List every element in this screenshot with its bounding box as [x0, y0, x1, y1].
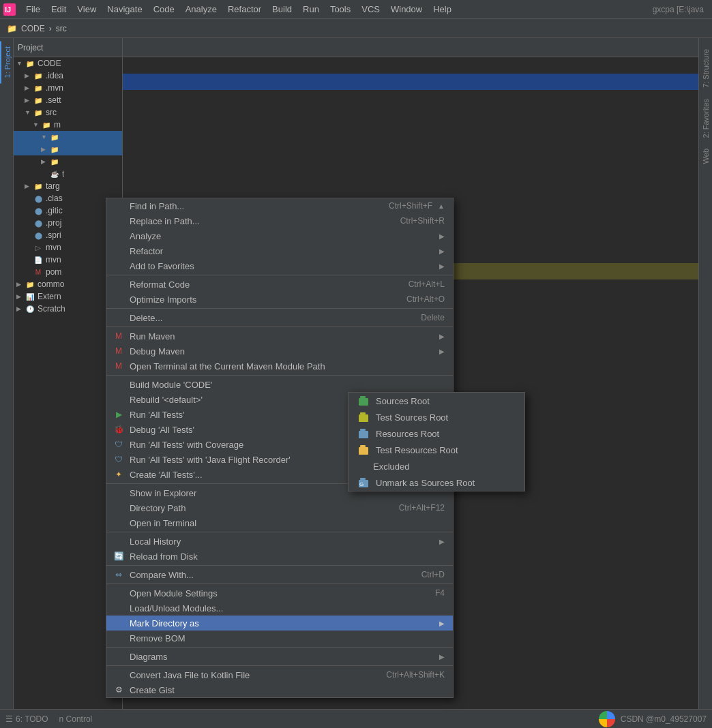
menu-navigate[interactable]: Navigate [102, 3, 147, 16]
menu-bar: IJ File Edit View Navigate Code Analyze … [0, 0, 712, 19]
submenu-arrow-icon: ▶ [439, 333, 445, 340]
ctx-find-in-path[interactable]: Find in Path... Ctrl+Shift+F ▲ [106, 198, 453, 213]
ctx-optimize[interactable]: Optimize Imports Ctrl+Alt+O [106, 292, 453, 307]
tree-label: t [62, 169, 64, 179]
ctx-reformat[interactable]: Reformat Code Ctrl+Alt+L [106, 277, 453, 292]
tree-item-sett[interactable]: ▶ 📁 .sett [14, 94, 122, 106]
tab-structure[interactable]: 7: Structure [700, 44, 712, 93]
ctx-label: Run Maven [130, 331, 420, 342]
svg-rect-4 [359, 414, 368, 422]
sub-unmark-sources-root[interactable]: Excluded [348, 458, 524, 474]
svg-rect-8 [359, 447, 368, 455]
menu-help[interactable]: Help [428, 3, 457, 16]
folder-icon: 📁 [49, 132, 60, 142]
ctx-convert-java-kotlin[interactable]: Convert Java File to Kotlin File Ctrl+Al… [106, 667, 453, 682]
folder-icon: 📁 [33, 95, 44, 105]
tree-label: targ [46, 181, 60, 191]
breadcrumb-item-code[interactable]: CODE [21, 24, 45, 33]
file-icon: ☕ [49, 169, 60, 179]
ctx-run-maven[interactable]: M Run Maven ▶ [106, 329, 453, 344]
folder-icon: 📁 [41, 120, 52, 130]
sub-resources-root[interactable]: Test Sources Root [348, 409, 524, 425]
menu-analyze[interactable]: Analyze [180, 3, 222, 16]
tree-item-m[interactable]: ▼ 📁 m [14, 119, 122, 131]
ctx-open-module-settings[interactable]: Open Module Settings F4 [106, 586, 453, 601]
ctx-create-gist[interactable]: ⚙ Create Gist [106, 682, 453, 697]
tree-item-t[interactable]: ☕ t [14, 168, 122, 180]
submenu-arrow-icon: ▶ [439, 247, 445, 255]
tree-item-selected[interactable]: ▼ 📁 [14, 131, 122, 143]
tree-item-sub2[interactable]: ▶ 📁 [14, 155, 122, 168]
tree-item-mvn[interactable]: ▶ 📁 .mvn [14, 82, 122, 94]
tab-project[interactable]: 1: Project [0, 41, 14, 83]
ctx-open-terminal[interactable]: Open in Terminal [106, 515, 453, 530]
separator [106, 532, 453, 532]
ctx-build-module[interactable]: Build Module 'CODE' [106, 377, 453, 392]
sub-generated-sources-root[interactable]: G Unmark as Sources Root [348, 474, 524, 491]
menu-code[interactable]: Code [148, 3, 180, 16]
ctx-label: Diagrams [130, 652, 420, 662]
excluded-folder-icon [357, 445, 370, 455]
reload-icon: 🔄 [112, 551, 125, 561]
generated-folder-icon: G [357, 478, 370, 487]
project-label: Project [18, 43, 43, 52]
ctx-replace-in-path[interactable]: Replace in Path... Ctrl+Shift+R [106, 213, 453, 228]
ctx-label: Rebuild '<default>' [130, 395, 383, 405]
circle-icon: ⬤ [33, 218, 44, 228]
maven-icon: M [112, 331, 125, 341]
tree-item-hl[interactable]: ▶ 📁 [14, 143, 122, 155]
debug-maven-icon: M [112, 346, 125, 356]
shortcut: Ctrl+Alt+Shift+K [386, 670, 445, 680]
ctx-delete[interactable]: Delete... Delete [106, 310, 453, 325]
sub-test-resources-root[interactable]: Resources Root [348, 425, 524, 442]
ctx-reload-disk[interactable]: 🔄 Reload from Disk [106, 549, 453, 564]
folder-icon: 📁 [33, 108, 44, 117]
sub-test-sources-root[interactable]: Sources Root [348, 393, 524, 409]
ctx-label: Build Module 'CODE' [130, 380, 445, 390]
ctx-debug-maven[interactable]: M Debug Maven ▶ [106, 344, 453, 359]
ctx-local-history[interactable]: Local History ▶ [106, 534, 453, 549]
ctx-label: Local History [130, 536, 420, 547]
tree-item-code[interactable]: ▼ 📁 CODE [14, 57, 122, 70]
menu-view[interactable]: View [72, 3, 102, 16]
ctx-refactor[interactable]: Refactor ▶ [106, 243, 453, 258]
ctx-analyze[interactable]: Analyze ▶ [106, 228, 453, 243]
tree-item-src[interactable]: ▼ 📁 src [14, 106, 122, 119]
ctx-load-unload[interactable]: Load/Unload Modules... [106, 601, 453, 616]
ctx-open-terminal-maven[interactable]: M Open Terminal at the Current Maven Mod… [106, 359, 453, 374]
svg-text:IJ: IJ [5, 5, 11, 14]
ctx-diagrams[interactable]: Diagrams ▶ [106, 649, 453, 664]
menu-file[interactable]: File [20, 3, 46, 16]
ctx-add-favorites[interactable]: Add to Favorites ▶ [106, 258, 453, 273]
ctx-remove-bom[interactable]: Remove BOM [106, 631, 453, 646]
tree-label: .proj [46, 218, 61, 228]
tree-label: .clas [46, 194, 63, 203]
ctx-label: Remove BOM [130, 633, 445, 643]
tree-item-targ[interactable]: ▶ 📁 targ [14, 180, 122, 192]
tree-item-idea[interactable]: ▶ 📁 .idea [14, 70, 122, 82]
ctx-compare-with[interactable]: ⇔ Compare With... Ctrl+D [106, 567, 453, 582]
menu-window[interactable]: Window [385, 3, 428, 16]
menu-refactor[interactable]: Refactor [222, 3, 267, 16]
tab-favorites[interactable]: 2: Favorites [700, 93, 712, 143]
arrow-icon: ▶ [16, 305, 25, 312]
sub-label: Excluded [373, 461, 409, 472]
tab-web[interactable]: Web [700, 143, 712, 169]
menu-build[interactable]: Build [267, 3, 297, 16]
sub-label: Test Sources Root [376, 412, 448, 423]
sub-excluded[interactable]: Test Resources Root [348, 442, 524, 458]
separator [106, 375, 453, 376]
menu-vcs[interactable]: VCS [356, 3, 385, 16]
todo-label[interactable]: 6: TODO [16, 714, 48, 724]
flight-icon: 🛡 [112, 455, 125, 464]
menu-tools[interactable]: Tools [325, 3, 356, 16]
svg-rect-7 [360, 429, 366, 431]
tree-label: src [46, 108, 57, 117]
breadcrumb-item-src[interactable]: src [56, 24, 67, 33]
ctx-mark-directory[interactable]: Mark Directory as ▶ [106, 616, 453, 631]
menu-edit[interactable]: Edit [46, 3, 72, 16]
terminal-maven-icon: M [112, 361, 125, 371]
ctx-dir-path[interactable]: Directory Path Ctrl+Alt+F12 [106, 500, 453, 515]
menu-run[interactable]: Run [297, 3, 325, 16]
tree-label: .gitic [46, 206, 63, 215]
